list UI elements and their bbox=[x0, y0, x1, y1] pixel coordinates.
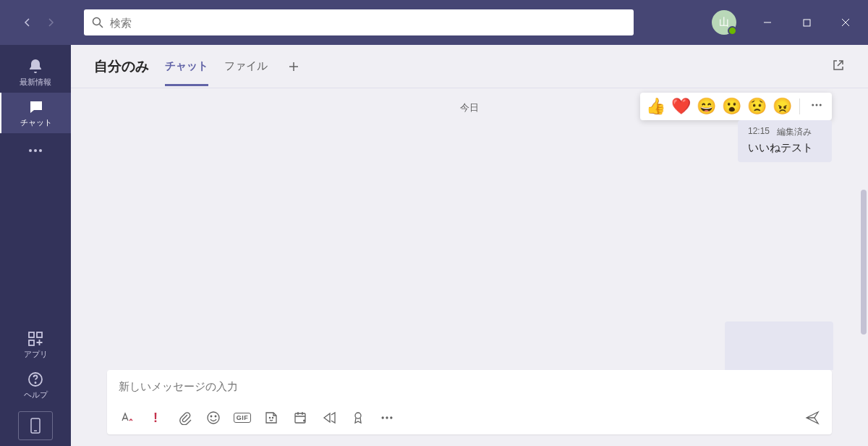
sticker-icon bbox=[264, 411, 278, 425]
svg-point-13 bbox=[820, 104, 822, 106]
rail-label: 最新情報 bbox=[20, 77, 51, 88]
compose-toolbar: ! GIF bbox=[107, 403, 832, 434]
message-text: いいねテスト bbox=[748, 141, 822, 155]
svg-point-16 bbox=[215, 416, 216, 417]
main-area: 自分のみ チャット ファイル 今日 👍 ❤️ 😄 😮 😟 😠 bbox=[71, 45, 868, 446]
rail-more[interactable] bbox=[0, 133, 71, 168]
stream-button[interactable] bbox=[321, 410, 337, 426]
rail-device-button[interactable] bbox=[18, 411, 53, 440]
rail-label: アプリ bbox=[24, 349, 48, 360]
reaction-angry[interactable]: 😠 bbox=[773, 97, 792, 116]
rail-label: チャット bbox=[20, 117, 52, 128]
send-button[interactable] bbox=[804, 410, 820, 426]
rail-apps[interactable]: アプリ bbox=[0, 324, 71, 365]
rail-help[interactable]: ヘルプ bbox=[0, 365, 71, 405]
titlebar: 山 bbox=[0, 0, 868, 45]
presence-indicator bbox=[728, 26, 737, 35]
emoji-button[interactable] bbox=[205, 410, 221, 426]
svg-point-4 bbox=[39, 149, 42, 152]
stream-icon bbox=[322, 411, 336, 425]
svg-point-0 bbox=[93, 18, 101, 25]
app-rail: 最新情報 チャット アプリ ヘルプ bbox=[0, 45, 71, 446]
message-time: 12:15 bbox=[748, 126, 770, 138]
maximize-button[interactable] bbox=[790, 11, 823, 34]
rail-chat[interactable]: チャット bbox=[0, 93, 71, 133]
help-icon bbox=[27, 371, 44, 388]
svg-point-3 bbox=[34, 149, 37, 152]
reaction-toolbar: 👍 ❤️ 😄 😮 😟 😠 bbox=[640, 93, 832, 120]
calendar-icon bbox=[293, 411, 307, 425]
message-sent[interactable]: 12:15 編集済み いいねテスト bbox=[738, 120, 832, 162]
reaction-sad[interactable]: 😟 bbox=[747, 97, 767, 116]
close-button[interactable] bbox=[829, 11, 862, 34]
svg-rect-7 bbox=[29, 340, 34, 345]
format-icon bbox=[119, 411, 134, 425]
send-icon bbox=[804, 410, 820, 426]
praise-button[interactable] bbox=[350, 410, 366, 426]
svg-point-20 bbox=[355, 413, 361, 418]
popout-icon bbox=[832, 59, 845, 72]
popout-button[interactable] bbox=[832, 59, 845, 75]
reaction-like[interactable]: 👍 bbox=[646, 97, 665, 116]
badge-icon bbox=[351, 411, 365, 425]
message-selection-highlight bbox=[725, 321, 833, 370]
priority-button[interactable]: ! bbox=[148, 410, 163, 426]
chat-title: 自分のみ bbox=[94, 57, 149, 76]
search-input[interactable] bbox=[110, 17, 626, 29]
search-box[interactable] bbox=[84, 9, 634, 35]
bell-icon bbox=[27, 58, 44, 75]
svg-rect-1 bbox=[804, 20, 810, 26]
forward-button[interactable] bbox=[41, 12, 61, 33]
svg-point-14 bbox=[208, 412, 219, 424]
search-icon bbox=[91, 16, 104, 29]
svg-point-22 bbox=[386, 416, 388, 418]
more-icon bbox=[27, 142, 44, 159]
apps-icon bbox=[27, 330, 44, 348]
chat-header: 自分のみ チャット ファイル bbox=[71, 45, 868, 88]
more-icon bbox=[380, 411, 394, 425]
emoji-icon bbox=[206, 411, 221, 425]
compose-input[interactable] bbox=[107, 370, 832, 403]
compose-more-button[interactable] bbox=[379, 410, 395, 426]
back-button[interactable] bbox=[17, 12, 38, 33]
tab-chat[interactable]: チャット bbox=[165, 46, 208, 86]
scrollbar-thumb[interactable] bbox=[861, 190, 867, 334]
format-button[interactable] bbox=[119, 410, 135, 426]
gif-button[interactable]: GIF bbox=[234, 410, 250, 426]
svg-point-2 bbox=[29, 149, 32, 152]
separator bbox=[799, 98, 800, 114]
svg-point-23 bbox=[390, 416, 392, 418]
sticker-button[interactable] bbox=[263, 410, 279, 426]
compose-box: ! GIF bbox=[107, 370, 832, 434]
avatar-initial: 山 bbox=[719, 16, 729, 29]
phone-icon bbox=[30, 418, 41, 434]
plus-icon bbox=[288, 61, 299, 72]
svg-rect-6 bbox=[37, 332, 42, 337]
tab-add-button[interactable] bbox=[284, 56, 304, 77]
more-icon bbox=[810, 98, 823, 112]
attach-button[interactable] bbox=[176, 410, 192, 426]
avatar[interactable]: 山 bbox=[712, 10, 736, 35]
svg-point-15 bbox=[210, 416, 212, 417]
svg-point-11 bbox=[812, 104, 814, 106]
svg-point-12 bbox=[816, 104, 818, 106]
reaction-surprised[interactable]: 😮 bbox=[722, 97, 741, 116]
svg-point-9 bbox=[35, 382, 35, 382]
rail-activity[interactable]: 最新情報 bbox=[0, 52, 71, 93]
tab-files[interactable]: ファイル bbox=[224, 46, 268, 86]
chat-messages: 今日 👍 ❤️ 😄 😮 😟 😠 12:15 編集済み bbox=[71, 88, 868, 370]
gif-icon: GIF bbox=[234, 413, 252, 423]
svg-point-18 bbox=[272, 417, 273, 418]
reaction-heart[interactable]: ❤️ bbox=[671, 97, 691, 116]
paperclip-icon bbox=[177, 411, 192, 425]
reaction-laugh[interactable]: 😄 bbox=[697, 97, 716, 116]
minimize-button[interactable] bbox=[751, 11, 784, 34]
chat-icon bbox=[27, 98, 45, 116]
svg-point-21 bbox=[382, 416, 384, 418]
message-edited-label: 編集済み bbox=[777, 126, 812, 138]
rail-label: ヘルプ bbox=[24, 390, 48, 400]
svg-point-17 bbox=[269, 417, 270, 418]
reaction-more-button[interactable] bbox=[807, 98, 826, 114]
svg-rect-5 bbox=[29, 332, 34, 337]
schedule-button[interactable] bbox=[292, 410, 308, 426]
